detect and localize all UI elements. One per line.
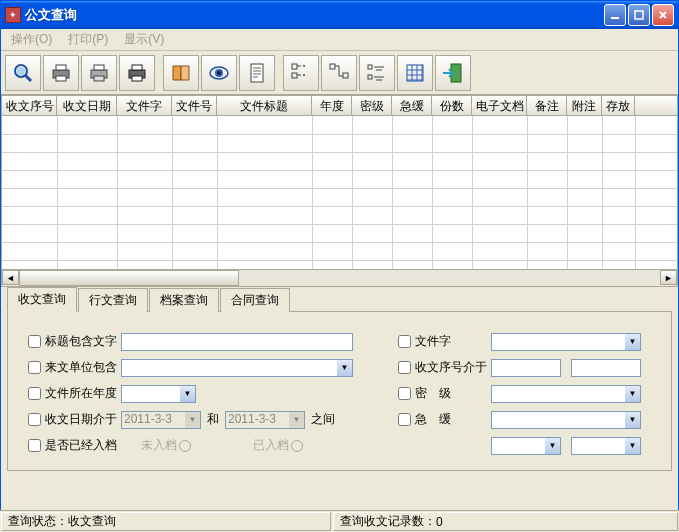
book-icon[interactable] [163,55,199,91]
radio-not-archived [179,440,191,452]
combo-sender-contains[interactable]: ▼ [121,359,353,377]
tab-archive-query[interactable]: 档案查询 [149,288,219,312]
chk-date-between[interactable] [28,413,41,426]
svg-rect-12 [132,76,142,81]
svg-rect-1 [635,11,643,19]
column-header[interactable]: 附注 [567,96,602,115]
input-seqno-from[interactable] [491,359,561,377]
column-header[interactable]: 份数 [432,96,472,115]
exit-icon[interactable] [435,55,471,91]
lbl-not-archived: 未入档 [141,437,177,454]
chk-archived[interactable] [28,439,41,452]
tab-send-query[interactable]: 行文查询 [78,288,148,312]
input-seqno-to[interactable] [571,359,641,377]
horizontal-scrollbar[interactable]: ◄ ► [2,269,677,286]
radio-archived [291,440,303,452]
menu-print[interactable]: 打印(P) [64,29,112,50]
lbl-is-archived: 已入档 [253,437,289,454]
menubar: 操作(O) 打印(P) 显示(V) [1,29,678,51]
close-button[interactable] [652,4,674,26]
toolbar [1,51,678,95]
svg-rect-5 [56,65,66,70]
date-to[interactable]: 2011-3-3▼ [225,411,305,429]
scroll-track[interactable] [19,270,660,286]
printer-icon-2[interactable] [81,55,117,91]
column-header[interactable]: 密级 [352,96,392,115]
window-buttons [604,4,674,26]
minimize-button[interactable] [604,4,626,26]
statusbar: 查询状态： 收文查询 查询收文记录数： 0 [0,510,679,532]
lbl-sender-contains: 来文单位包含 [45,359,121,376]
column-header[interactable]: 收文序号 [2,96,57,115]
eye-icon[interactable] [201,55,237,91]
menu-view[interactable]: 显示(V) [120,29,168,50]
svg-rect-23 [368,65,372,69]
column-header[interactable]: 急缓 [392,96,432,115]
combo-year[interactable]: ▼ [121,385,196,403]
status-state-value: 收文查询 [68,513,116,530]
tabs-area: 收文查询 行文查询 档案查询 合同查询 标题包含文字 文件字 ▼ 来文单位包含 … [1,287,678,471]
svg-point-19 [303,65,305,67]
svg-rect-6 [56,76,66,81]
svg-rect-16 [251,64,263,82]
chk-seqno-between[interactable] [398,361,411,374]
document-icon[interactable] [239,55,275,91]
svg-point-15 [217,71,221,75]
column-header[interactable]: 备注 [527,96,567,115]
menu-operate[interactable]: 操作(O) [7,29,56,50]
column-header[interactable]: 收文日期 [57,96,117,115]
column-header[interactable]: 文件标题 [217,96,312,115]
combo-urgency[interactable]: ▼ [491,411,641,429]
combo-file-word[interactable]: ▼ [491,333,641,351]
printer-icon-3[interactable] [119,55,155,91]
tab-panel: 标题包含文字 文件字 ▼ 来文单位包含 ▼ 收文序号介于 [7,311,672,471]
chk-title-contains[interactable] [28,335,41,348]
tab-receive-query[interactable]: 收文查询 [7,287,77,312]
chk-urgency[interactable] [398,413,411,426]
column-header[interactable]: 电子文档 [472,96,527,115]
column-header[interactable]: 年度 [312,96,352,115]
printer-icon[interactable] [43,55,79,91]
column-header[interactable]: 文件号 [172,96,217,115]
input-title-contains[interactable] [121,333,353,351]
svg-rect-11 [132,65,142,70]
combo-extra-2[interactable]: ▼ [571,437,641,455]
lbl-year: 文件所在年度 [45,385,121,402]
scroll-thumb[interactable] [19,270,239,286]
scroll-right-button[interactable]: ► [660,270,677,285]
tree-expand-icon[interactable] [321,55,357,91]
date-from[interactable]: 2011-3-3▼ [121,411,201,429]
tab-row: 收文查询 行文查询 档案查询 合同查询 [7,289,672,311]
lbl-and: 和 [201,411,225,428]
lbl-between: 之间 [305,411,341,428]
svg-rect-22 [343,73,348,78]
grid-icon[interactable] [397,55,433,91]
maximize-button[interactable] [628,4,650,26]
status-state-label: 查询状态： [8,513,68,530]
svg-rect-25 [407,65,423,81]
chk-sender-contains[interactable] [28,361,41,374]
titlebar: ✦ 公文查询 [1,1,678,29]
lbl-date-between: 收文日期介于 [45,411,121,428]
chk-secret-level[interactable] [398,387,411,400]
chk-file-word[interactable] [398,335,411,348]
lbl-title-contains: 标题包含文字 [45,333,121,350]
status-panel-state: 查询状态： 收文查询 [1,512,331,531]
lbl-file-word: 文件字 [415,333,491,350]
combo-secret-level[interactable]: ▼ [491,385,641,403]
lbl-urgency: 急 缓 [415,411,491,428]
column-header[interactable]: 存放 [602,96,635,115]
search-icon[interactable] [5,55,41,91]
tree-collapse-icon[interactable] [283,55,319,91]
status-count-label: 查询收文记录数： [340,513,436,530]
column-header[interactable]: 文件字 [117,96,172,115]
list-icon[interactable] [359,55,395,91]
scroll-left-button[interactable]: ◄ [2,270,19,285]
grid-body[interactable] [2,116,677,269]
svg-rect-9 [94,76,104,81]
chk-year[interactable] [28,387,41,400]
combo-extra-1[interactable]: ▼ [491,437,561,455]
svg-rect-18 [292,73,297,78]
grid-header: 收文序号收文日期文件字文件号文件标题年度密级急缓份数电子文档备注附注存放 [2,96,677,116]
tab-contract-query[interactable]: 合同查询 [220,288,290,312]
